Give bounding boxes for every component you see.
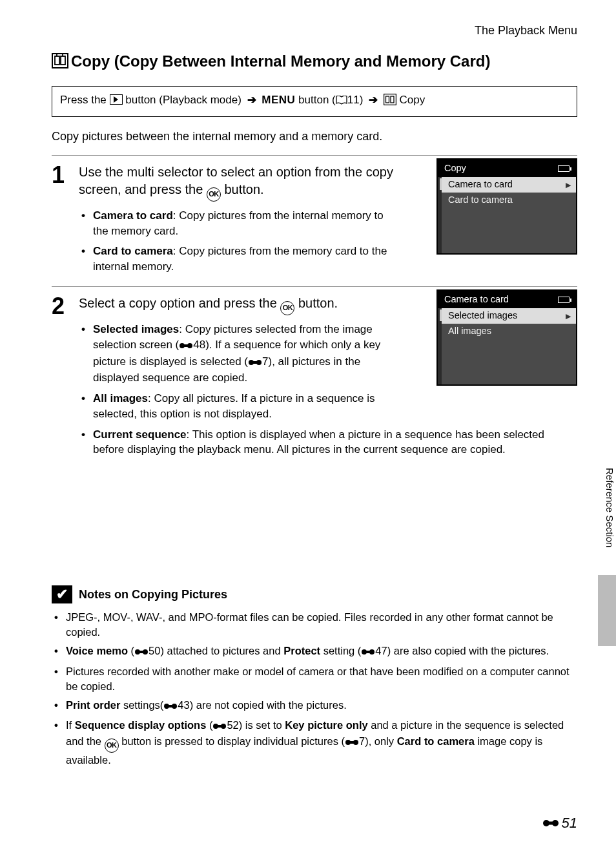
reference-icon bbox=[361, 645, 375, 660]
chevron-right-icon: ▶ bbox=[566, 311, 571, 321]
note-text: setting ( bbox=[320, 645, 361, 656]
camera-menu-body: Selected images▶ All images bbox=[438, 308, 576, 384]
checkmark-icon: ✔ bbox=[52, 585, 72, 603]
note-text: ( bbox=[128, 645, 134, 656]
nav-text: Press the bbox=[60, 94, 107, 106]
page-header: The Playback Menu bbox=[52, 23, 577, 38]
note-item: Voice memo (50) attached to pictures and… bbox=[66, 644, 577, 660]
note-text: 7), only bbox=[359, 735, 397, 747]
section-label: Reference Section bbox=[598, 465, 616, 575]
note-text: 43) are not copied with the pictures. bbox=[178, 699, 346, 711]
option-name: Card to camera bbox=[93, 245, 173, 257]
arrow-right-icon: ➔ bbox=[247, 94, 256, 106]
svg-rect-13 bbox=[251, 361, 259, 364]
note-bold: Print order bbox=[66, 699, 120, 711]
page-number-text: 51 bbox=[562, 813, 577, 833]
camera-menu-item-selected: Camera to card▶ bbox=[442, 177, 576, 193]
step-number: 1 bbox=[52, 163, 79, 280]
note-text: If bbox=[66, 719, 75, 731]
option-name: Current sequence bbox=[93, 428, 187, 441]
note-text: 47) are also copied with the pictures. bbox=[375, 645, 549, 656]
nav-text: button (Playback mode) bbox=[125, 94, 241, 106]
option-name: Camera to card bbox=[93, 209, 173, 222]
nav-ref: 11) bbox=[347, 94, 364, 106]
camera-menu-body: Camera to card▶ Card to camera bbox=[438, 177, 576, 253]
step-1-block: Copy Camera to card▶ Card to camera 1 Us… bbox=[52, 155, 577, 280]
reference-icon bbox=[345, 735, 359, 750]
title-text: Copy (Copy Between Internal Memory and M… bbox=[71, 52, 490, 70]
camera-menu-item: Card to camera bbox=[442, 193, 576, 208]
playback-button-icon bbox=[110, 94, 123, 105]
note-text: ( bbox=[206, 719, 212, 731]
notes-section: ✔ Notes on Copying Pictures JPEG-, MOV-,… bbox=[52, 585, 577, 768]
note-item: Print order settings(43) are not copied … bbox=[66, 698, 577, 714]
ok-button-icon: OK bbox=[280, 301, 294, 315]
note-bold: Protect bbox=[283, 645, 320, 656]
reference-icon bbox=[163, 699, 178, 714]
copy-icon bbox=[384, 94, 396, 110]
note-text: button is pressed to display individual … bbox=[119, 735, 345, 747]
svg-rect-22 bbox=[167, 705, 174, 708]
svg-rect-1 bbox=[55, 56, 59, 65]
step-text: button. bbox=[294, 296, 338, 310]
note-bold: Voice memo bbox=[66, 645, 128, 656]
reference-icon bbox=[212, 719, 227, 734]
camera-menu-item: All images bbox=[442, 324, 576, 339]
bullet-item: Current sequence: This option is display… bbox=[93, 427, 570, 458]
intro-text: Copy pictures between the internal memor… bbox=[52, 129, 577, 144]
reference-icon bbox=[179, 339, 193, 354]
battery-icon bbox=[558, 297, 570, 303]
reference-icon bbox=[542, 813, 559, 833]
bullet-item: Camera to card: Copy pictures from the i… bbox=[93, 208, 402, 239]
camera-menu-title: Camera to card bbox=[444, 293, 509, 306]
page-title: Copy (Copy Between Internal Memory and M… bbox=[52, 51, 577, 73]
menu-item-label: Selected images bbox=[448, 309, 517, 322]
menu-item-label: Card to camera bbox=[448, 194, 513, 207]
note-item: JPEG-, MOV-, WAV-, and MPO-format files … bbox=[66, 610, 577, 640]
step-1-heading: Use the multi selector to select an opti… bbox=[79, 163, 415, 202]
bullet-item: Selected images: Copy pictures selected … bbox=[93, 322, 402, 386]
note-bold: Key picture only bbox=[285, 719, 367, 731]
camera-menu-title-bar: Camera to card bbox=[438, 291, 576, 309]
note-text: 50) attached to pictures and bbox=[149, 645, 283, 656]
chevron-right-icon: ▶ bbox=[566, 180, 571, 190]
note-text: 52) is set to bbox=[227, 719, 285, 731]
note-item: Pictures recorded with another make or m… bbox=[66, 664, 577, 694]
step-text: Select a copy option and press the bbox=[79, 296, 280, 310]
reference-icon bbox=[248, 355, 262, 371]
camera-menu-copy: Copy Camera to card▶ Card to camera bbox=[436, 158, 577, 255]
menu-button-label: MENU bbox=[262, 94, 295, 106]
svg-rect-10 bbox=[182, 344, 190, 347]
page-number: 51 bbox=[542, 813, 577, 833]
camera-menu-title-bar: Copy bbox=[438, 160, 576, 178]
note-bold: Card to camera bbox=[397, 735, 475, 747]
step-text: button. bbox=[221, 182, 264, 196]
navigation-path-box: Press the button (Playback mode) ➔ MENU … bbox=[52, 86, 577, 117]
menu-item-label: Camera to card bbox=[448, 178, 513, 191]
camera-menu-item-selected: Selected images▶ bbox=[442, 308, 576, 324]
menu-item-label: All images bbox=[448, 325, 491, 338]
book-icon bbox=[336, 94, 347, 109]
camera-menu-camera-to-card: Camera to card Selected images▶ All imag… bbox=[436, 289, 577, 386]
svg-rect-25 bbox=[216, 725, 223, 728]
note-text: settings( bbox=[120, 699, 163, 711]
side-tab-marker bbox=[598, 575, 616, 646]
copy-icon bbox=[52, 53, 68, 73]
svg-rect-16 bbox=[138, 651, 145, 653]
note-bold: Sequence display options bbox=[75, 719, 207, 731]
note-item: If Sequence display options (52) is set … bbox=[66, 718, 577, 768]
svg-rect-7 bbox=[391, 96, 394, 103]
option-name: All images bbox=[93, 392, 148, 404]
camera-menu-title: Copy bbox=[444, 162, 466, 175]
bullet-item: All images: Copy all pictures. If a pict… bbox=[93, 391, 402, 422]
step-2-block: Camera to card Selected images▶ All imag… bbox=[52, 286, 577, 463]
svg-rect-31 bbox=[546, 822, 555, 825]
ok-button-icon: OK bbox=[105, 739, 119, 753]
battery-icon bbox=[558, 165, 570, 172]
nav-text: button ( bbox=[298, 94, 336, 106]
step-number: 2 bbox=[52, 295, 79, 463]
ok-button-icon: OK bbox=[207, 187, 221, 202]
reference-icon bbox=[134, 645, 149, 660]
svg-rect-2 bbox=[61, 56, 65, 65]
svg-rect-6 bbox=[385, 96, 389, 103]
